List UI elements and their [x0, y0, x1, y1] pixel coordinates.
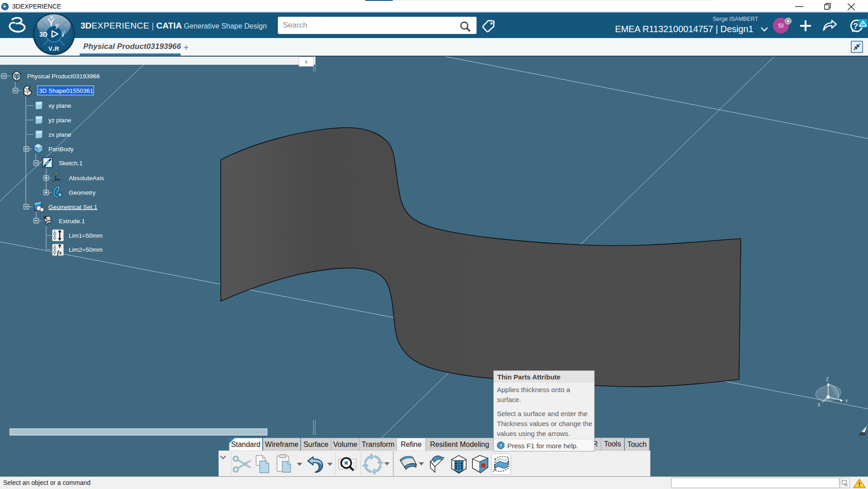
svg-text:xy plane: xy plane — [48, 102, 71, 109]
svg-text:X: X — [817, 402, 820, 408]
svg-text:Extrude.1: Extrude.1 — [59, 218, 85, 225]
svg-text:Physical Product03193966: Physical Product03193966 — [27, 73, 100, 80]
svg-text:?: ? — [500, 443, 502, 448]
svg-text:PartBody: PartBody — [48, 146, 74, 153]
svg-text:?: ? — [853, 22, 858, 31]
svg-text:Geometrical Set.1: Geometrical Set.1 — [48, 204, 97, 211]
svg-text:fx: fx — [57, 249, 62, 256]
svg-text:zx plane: zx plane — [48, 131, 71, 138]
svg-text:Y: Y — [845, 398, 848, 404]
svg-text:Lim2=50mm: Lim2=50mm — [69, 246, 103, 253]
svg-text:yz plane: yz plane — [48, 117, 71, 124]
svg-text:Sketch.1: Sketch.1 — [59, 160, 83, 167]
svg-text:Geometry: Geometry — [69, 189, 96, 196]
svg-text:3D: 3D — [39, 31, 48, 38]
svg-text:y: y — [55, 21, 59, 29]
svg-text:i: i — [62, 30, 64, 38]
svg-text:AbsoluteAxis: AbsoluteAxis — [69, 175, 104, 182]
svg-text:Z: Z — [826, 376, 829, 382]
svg-text:3D Shape01550361: 3D Shape01550361 — [39, 87, 93, 94]
svg-text:Lim1=50mm: Lim1=50mm — [69, 232, 103, 239]
